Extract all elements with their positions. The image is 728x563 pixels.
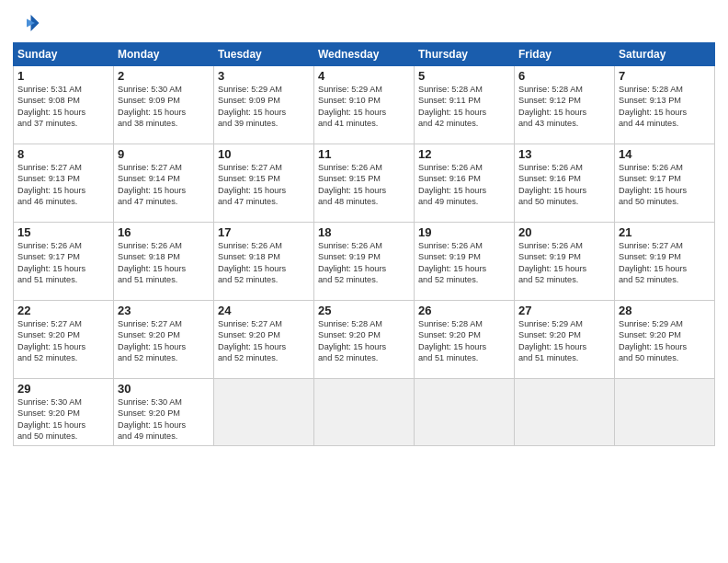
day-number: 24 <box>218 304 310 317</box>
day-info: Sunrise: 5:29 AM Sunset: 9:09 PM Dayligh… <box>218 84 310 130</box>
calendar-week-row: 29Sunrise: 5:30 AM Sunset: 9:20 PM Dayli… <box>14 379 715 446</box>
calendar-cell: 15Sunrise: 5:26 AM Sunset: 9:17 PM Dayli… <box>14 223 114 301</box>
day-number: 22 <box>17 304 109 317</box>
day-number: 11 <box>318 147 410 161</box>
calendar-cell: 20Sunrise: 5:26 AM Sunset: 9:19 PM Dayli… <box>515 223 615 301</box>
calendar-cell <box>214 379 314 446</box>
day-info: Sunrise: 5:26 AM Sunset: 9:16 PM Dayligh… <box>418 162 510 208</box>
day-info: Sunrise: 5:26 AM Sunset: 9:18 PM Dayligh… <box>118 240 210 286</box>
weekday-header: Monday <box>114 43 214 66</box>
day-info: Sunrise: 5:29 AM Sunset: 9:10 PM Dayligh… <box>318 84 410 130</box>
calendar-cell: 10Sunrise: 5:27 AM Sunset: 9:15 PM Dayli… <box>214 144 314 223</box>
day-number: 19 <box>418 225 510 239</box>
calendar-cell: 27Sunrise: 5:29 AM Sunset: 9:20 PM Dayli… <box>515 301 615 379</box>
calendar-cell: 8Sunrise: 5:27 AM Sunset: 9:13 PM Daylig… <box>14 144 114 223</box>
day-number: 27 <box>518 304 610 317</box>
calendar-week-row: 22Sunrise: 5:27 AM Sunset: 9:20 PM Dayli… <box>14 301 715 379</box>
day-info: Sunrise: 5:27 AM Sunset: 9:20 PM Dayligh… <box>218 318 310 364</box>
day-number: 17 <box>218 225 310 239</box>
day-info: Sunrise: 5:28 AM Sunset: 9:13 PM Dayligh… <box>619 84 711 130</box>
calendar-cell: 18Sunrise: 5:26 AM Sunset: 9:19 PM Dayli… <box>314 223 415 301</box>
day-number: 13 <box>518 147 610 161</box>
calendar-cell: 7Sunrise: 5:28 AM Sunset: 9:13 PM Daylig… <box>615 66 715 144</box>
day-number: 5 <box>418 69 510 83</box>
calendar-cell: 5Sunrise: 5:28 AM Sunset: 9:11 PM Daylig… <box>415 66 515 144</box>
weekday-header: Sunday <box>14 43 114 66</box>
calendar-week-row: 8Sunrise: 5:27 AM Sunset: 9:13 PM Daylig… <box>14 144 715 223</box>
day-number: 25 <box>318 304 410 317</box>
calendar-cell: 17Sunrise: 5:26 AM Sunset: 9:18 PM Dayli… <box>214 223 314 301</box>
day-info: Sunrise: 5:28 AM Sunset: 9:11 PM Dayligh… <box>418 84 510 130</box>
logo <box>13 9 42 37</box>
day-info: Sunrise: 5:26 AM Sunset: 9:19 PM Dayligh… <box>318 240 410 286</box>
day-info: Sunrise: 5:28 AM Sunset: 9:20 PM Dayligh… <box>318 318 410 364</box>
day-number: 23 <box>118 304 210 317</box>
day-info: Sunrise: 5:31 AM Sunset: 9:08 PM Dayligh… <box>17 84 109 130</box>
calendar-cell <box>615 379 715 446</box>
calendar-body: 1Sunrise: 5:31 AM Sunset: 9:08 PM Daylig… <box>14 66 715 446</box>
day-info: Sunrise: 5:26 AM Sunset: 9:19 PM Dayligh… <box>518 240 610 286</box>
day-number: 6 <box>518 69 610 83</box>
day-number: 29 <box>17 382 109 396</box>
day-number: 21 <box>619 225 711 239</box>
calendar-cell: 29Sunrise: 5:30 AM Sunset: 9:20 PM Dayli… <box>14 379 114 446</box>
weekday-header: Saturday <box>615 43 715 66</box>
day-info: Sunrise: 5:27 AM Sunset: 9:14 PM Dayligh… <box>118 162 210 208</box>
calendar-cell: 9Sunrise: 5:27 AM Sunset: 9:14 PM Daylig… <box>114 144 214 223</box>
calendar-week-row: 15Sunrise: 5:26 AM Sunset: 9:17 PM Dayli… <box>14 223 715 301</box>
day-info: Sunrise: 5:26 AM Sunset: 9:17 PM Dayligh… <box>17 240 109 286</box>
logo-icon <box>13 9 40 37</box>
calendar-cell: 16Sunrise: 5:26 AM Sunset: 9:18 PM Dayli… <box>114 223 214 301</box>
header <box>13 9 715 37</box>
calendar-cell: 19Sunrise: 5:26 AM Sunset: 9:19 PM Dayli… <box>415 223 515 301</box>
calendar-cell: 4Sunrise: 5:29 AM Sunset: 9:10 PM Daylig… <box>314 66 415 144</box>
calendar-cell: 12Sunrise: 5:26 AM Sunset: 9:16 PM Dayli… <box>415 144 515 223</box>
day-number: 20 <box>518 225 610 239</box>
day-number: 1 <box>17 69 109 83</box>
calendar-cell: 26Sunrise: 5:28 AM Sunset: 9:20 PM Dayli… <box>415 301 515 379</box>
day-info: Sunrise: 5:27 AM Sunset: 9:15 PM Dayligh… <box>218 162 310 208</box>
day-number: 30 <box>118 382 210 396</box>
day-info: Sunrise: 5:27 AM Sunset: 9:19 PM Dayligh… <box>619 240 711 286</box>
day-number: 14 <box>619 147 711 161</box>
weekday-row: SundayMondayTuesdayWednesdayThursdayFrid… <box>14 43 715 66</box>
day-info: Sunrise: 5:28 AM Sunset: 9:12 PM Dayligh… <box>518 84 610 130</box>
day-info: Sunrise: 5:26 AM Sunset: 9:17 PM Dayligh… <box>619 162 711 208</box>
calendar-cell: 13Sunrise: 5:26 AM Sunset: 9:16 PM Dayli… <box>515 144 615 223</box>
calendar-cell: 23Sunrise: 5:27 AM Sunset: 9:20 PM Dayli… <box>114 301 214 379</box>
day-number: 2 <box>118 69 210 83</box>
calendar-cell: 3Sunrise: 5:29 AM Sunset: 9:09 PM Daylig… <box>214 66 314 144</box>
day-number: 9 <box>118 147 210 161</box>
day-number: 7 <box>619 69 711 83</box>
day-info: Sunrise: 5:27 AM Sunset: 9:20 PM Dayligh… <box>118 318 210 364</box>
day-info: Sunrise: 5:29 AM Sunset: 9:20 PM Dayligh… <box>518 318 610 364</box>
day-info: Sunrise: 5:30 AM Sunset: 9:09 PM Dayligh… <box>118 84 210 130</box>
day-number: 16 <box>118 225 210 239</box>
day-info: Sunrise: 5:27 AM Sunset: 9:20 PM Dayligh… <box>17 318 109 364</box>
day-info: Sunrise: 5:30 AM Sunset: 9:20 PM Dayligh… <box>17 396 109 442</box>
day-number: 28 <box>619 304 711 317</box>
day-number: 18 <box>318 225 410 239</box>
calendar-cell: 2Sunrise: 5:30 AM Sunset: 9:09 PM Daylig… <box>114 66 214 144</box>
day-info: Sunrise: 5:27 AM Sunset: 9:13 PM Dayligh… <box>17 162 109 208</box>
calendar-cell: 6Sunrise: 5:28 AM Sunset: 9:12 PM Daylig… <box>515 66 615 144</box>
calendar-cell: 11Sunrise: 5:26 AM Sunset: 9:15 PM Dayli… <box>314 144 415 223</box>
weekday-header: Thursday <box>415 43 515 66</box>
weekday-header: Wednesday <box>314 43 415 66</box>
calendar-header: SundayMondayTuesdayWednesdayThursdayFrid… <box>14 43 715 66</box>
weekday-header: Friday <box>515 43 615 66</box>
calendar-cell: 21Sunrise: 5:27 AM Sunset: 9:19 PM Dayli… <box>615 223 715 301</box>
day-info: Sunrise: 5:26 AM Sunset: 9:18 PM Dayligh… <box>218 240 310 286</box>
day-number: 12 <box>418 147 510 161</box>
day-info: Sunrise: 5:30 AM Sunset: 9:20 PM Dayligh… <box>118 396 210 442</box>
calendar-cell <box>515 379 615 446</box>
day-number: 15 <box>17 225 109 239</box>
day-info: Sunrise: 5:28 AM Sunset: 9:20 PM Dayligh… <box>418 318 510 364</box>
day-number: 3 <box>218 69 310 83</box>
main-container: SundayMondayTuesdayWednesdayThursdayFrid… <box>0 0 728 563</box>
calendar: SundayMondayTuesdayWednesdayThursdayFrid… <box>13 42 715 446</box>
weekday-header: Tuesday <box>214 43 314 66</box>
day-number: 4 <box>318 69 410 83</box>
day-number: 26 <box>418 304 510 317</box>
calendar-cell: 28Sunrise: 5:29 AM Sunset: 9:20 PM Dayli… <box>615 301 715 379</box>
